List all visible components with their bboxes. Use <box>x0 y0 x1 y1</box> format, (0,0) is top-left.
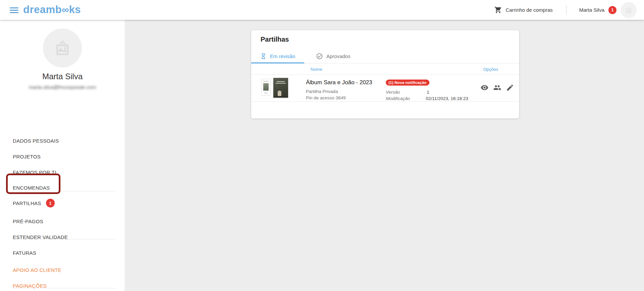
album-title: Álbum Sara e João - 2023 <box>306 79 372 86</box>
sidebar-item-label: PROJETOS <box>13 154 41 159</box>
sidebar-item-pre-pagos[interactable]: PRÉ-PAGOS <box>13 217 43 225</box>
content-area: Partilhas Em revisão Aprovados Nome Opçõ… <box>125 20 644 291</box>
brand-logo-text: ks <box>69 4 81 15</box>
tab-aprovados[interactable]: Aprovados <box>316 49 351 63</box>
page-title: Partilhas <box>261 36 289 43</box>
group-icon[interactable] <box>493 84 501 92</box>
tab-bar: Em revisão Aprovados <box>251 49 519 63</box>
sidebar-item-label: ENCOMENDAS <box>13 185 50 191</box>
top-bar: dreamb∞ks Carrinho de compras Marta Silv… <box>0 0 644 20</box>
sidebar-item-projetos[interactable]: PROJETOS <box>13 152 41 160</box>
sidebar-item-label: DADOS PESSOAIS <box>13 138 59 144</box>
partilhas-card: Partilhas Em revisão Aprovados Nome Opçõ… <box>251 30 519 118</box>
album-thumbnail-page <box>273 78 288 98</box>
version-label: Versão <box>386 90 400 95</box>
brand-logo[interactable]: dreamb∞ks <box>23 4 81 16</box>
column-header-opcoes: Opções <box>483 63 498 75</box>
topbar-divider <box>566 5 566 15</box>
eye-icon[interactable] <box>480 84 489 92</box>
user-name: Marta Silva <box>579 7 604 13</box>
topbar-right: Carrinho de compras Marta Silva 1 <box>494 0 644 20</box>
sidebar-divider <box>13 288 116 288</box>
sidebar-item-fazemos-por-ti[interactable]: FAZEMOS POR TI <box>13 168 56 176</box>
tab-label: Em revisão <box>270 53 295 59</box>
table-row[interactable]: Álbum Sara e João - 2023 Partilha Privad… <box>251 75 519 102</box>
row-text-block: Álbum Sara e João - 2023 Partilha Privad… <box>306 79 372 101</box>
row-options <box>480 84 514 92</box>
access-pin: Pin de acesso 3649 <box>306 95 372 101</box>
sidebar-item-dados-pessoais[interactable]: DADOS PESSOAIS <box>13 137 59 145</box>
sidebar: Marta Silva marta.silva@fmcorporate.com … <box>0 20 125 291</box>
check-circle-icon <box>316 53 323 60</box>
sidebar-item-label: FAZEMOS POR TI <box>13 169 56 175</box>
sidebar-item-estender-validade[interactable]: ESTENDER VALIDADE <box>13 233 68 241</box>
partilhas-count-badge: 1 <box>46 199 55 207</box>
sidebar-item-apoio-ao-cliente[interactable]: APOIO AO CLIENTE <box>13 266 61 274</box>
profile-avatar[interactable] <box>43 29 82 67</box>
infinity-icon: ∞ <box>62 4 69 15</box>
table-header-row: Nome Opções <box>251 63 519 75</box>
shopping-cart-icon <box>494 6 502 14</box>
album-thumbnail-cover <box>261 79 271 96</box>
profile-name: Marta Silva <box>0 72 125 81</box>
hourglass-icon <box>260 53 267 59</box>
sidebar-item-encomendas[interactable]: ENCOMENDAS <box>13 184 50 192</box>
modified-value: 02/11/2023, 16:18:23 <box>426 96 468 101</box>
sidebar-item-label: PARTILHAS <box>13 200 41 206</box>
share-type: Partilha Privada <box>306 88 372 95</box>
sidebar-item-paginacoes[interactable]: PAGINAÇÕES <box>13 282 47 290</box>
tab-label: Aprovados <box>326 53 351 59</box>
edit-icon[interactable] <box>506 84 514 92</box>
menu-icon[interactable] <box>10 7 18 13</box>
image-placeholder-icon <box>625 6 633 14</box>
sidebar-item-label: FATURAS <box>13 250 36 256</box>
brand-logo-text: dreamb <box>23 4 62 15</box>
sidebar-item-label: PRÉ-PAGOS <box>13 219 43 224</box>
modified-label: Modificação <box>386 96 410 101</box>
cart-label: Carrinho de compras <box>506 7 553 13</box>
sidebar-divider <box>13 191 116 191</box>
cart-button[interactable]: Carrinho de compras <box>494 6 553 14</box>
tab-em-revisao[interactable]: Em revisão <box>251 49 304 63</box>
version-value: 1 <box>427 90 429 95</box>
sidebar-item-faturas[interactable]: FATURAS <box>13 249 36 257</box>
sidebar-divider <box>13 239 116 239</box>
sidebar-item-label: APOIO AO CLIENTE <box>13 267 61 273</box>
image-placeholder-icon <box>53 38 72 58</box>
new-notification-badge: (1) Nova notificação <box>386 80 429 86</box>
avatar[interactable] <box>620 2 637 18</box>
sidebar-item-label: PAGINAÇÕES <box>13 283 47 289</box>
user-menu[interactable]: Marta Silva 1 <box>579 2 637 18</box>
sidebar-item-partilhas[interactable]: PARTILHAS 1 <box>13 199 55 207</box>
profile-email: marta.silva@fmcorporate.com <box>0 84 125 90</box>
notification-count-badge: 1 <box>608 6 616 14</box>
column-header-nome: Nome <box>311 63 322 75</box>
